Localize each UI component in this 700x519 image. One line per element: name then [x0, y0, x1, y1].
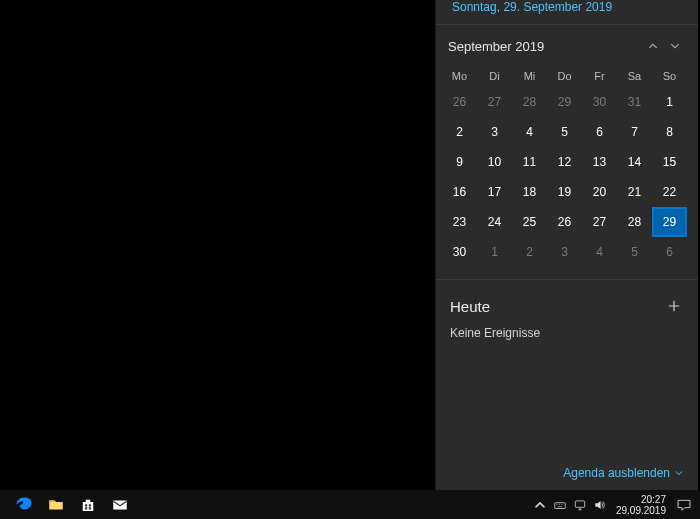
microsoft-store-icon[interactable]	[72, 490, 104, 519]
day-of-week-header: Do	[547, 65, 582, 87]
current-date-link[interactable]: Sonntag, 29. September 2019	[436, 0, 698, 20]
add-event-button[interactable]	[664, 296, 684, 316]
calendar-day[interactable]: 16	[442, 177, 477, 207]
calendar-day[interactable]: 17	[477, 177, 512, 207]
next-month-button[interactable]	[664, 35, 686, 57]
day-of-week-header: Fr	[582, 65, 617, 87]
taskbar: 20:27 29.09.2019	[0, 490, 700, 519]
chevron-up-icon	[647, 40, 659, 52]
edge-browser-icon[interactable]	[8, 490, 40, 519]
chevron-up-icon	[533, 498, 547, 512]
calendar-day[interactable]: 26	[442, 87, 477, 117]
hide-agenda-button[interactable]: Agenda ausblenden	[563, 466, 684, 480]
folder-icon	[47, 496, 65, 514]
calendar-day[interactable]: 18	[512, 177, 547, 207]
day-of-week-header: Mi	[512, 65, 547, 87]
calendar-day[interactable]: 28	[512, 87, 547, 117]
svg-rect-0	[85, 504, 87, 506]
monitor-network-icon	[573, 498, 587, 512]
calendar-day[interactable]: 1	[477, 237, 512, 267]
speaker-icon	[593, 498, 607, 512]
chevron-down-icon	[674, 468, 684, 478]
agenda-title: Heute	[450, 298, 664, 315]
day-of-week-header: Mo	[442, 65, 477, 87]
divider	[436, 24, 698, 25]
calendar-day[interactable]: 24	[477, 207, 512, 237]
calendar-day[interactable]: 29	[547, 87, 582, 117]
month-year-label[interactable]: September 2019	[448, 39, 642, 54]
calendar-week-row: 2345678	[442, 117, 692, 147]
calendar-day[interactable]: 20	[582, 177, 617, 207]
svg-rect-2	[85, 507, 87, 509]
calendar-day[interactable]: 4	[582, 237, 617, 267]
calendar-day[interactable]: 23	[442, 207, 477, 237]
network-button[interactable]	[570, 490, 590, 519]
calendar-week-row: 30123456	[442, 237, 692, 267]
calendar-day[interactable]: 28	[617, 207, 652, 237]
notification-icon	[676, 498, 692, 512]
calendar-week-row: 9101112131415	[442, 147, 692, 177]
divider	[436, 279, 698, 280]
calendar-week-row: 23242526272829	[442, 207, 692, 237]
agenda-panel: Heute Keine Ereignisse Agenda ausblenden	[436, 286, 698, 490]
calendar-day[interactable]: 22	[652, 177, 687, 207]
calendar-day[interactable]: 2	[512, 237, 547, 267]
day-of-week-header: Di	[477, 65, 512, 87]
clock-date: 29.09.2019	[616, 505, 666, 516]
edge-icon	[15, 496, 33, 514]
chevron-down-icon	[669, 40, 681, 52]
calendar-day[interactable]: 5	[547, 117, 582, 147]
calendar-day[interactable]: 8	[652, 117, 687, 147]
keyboard-layout-button[interactable]	[550, 490, 570, 519]
calendar-day[interactable]: 25	[512, 207, 547, 237]
calendar-flyout: Sonntag, 29. September 2019 September 20…	[435, 0, 698, 490]
calendar-week-row: 2627282930311	[442, 87, 692, 117]
prev-month-button[interactable]	[642, 35, 664, 57]
calendar-day[interactable]: 30	[442, 237, 477, 267]
no-events-text: Keine Ereignisse	[450, 326, 684, 340]
calendar-day[interactable]: 3	[547, 237, 582, 267]
calendar-grid: MoDiMiDoFrSaSo 2627282930311234567891011…	[436, 61, 698, 275]
calendar-day[interactable]: 27	[582, 207, 617, 237]
file-explorer-icon[interactable]	[40, 490, 72, 519]
calendar-day[interactable]: 14	[617, 147, 652, 177]
calendar-day[interactable]: 21	[617, 177, 652, 207]
calendar-day[interactable]: 7	[617, 117, 652, 147]
keyboard-icon	[553, 498, 567, 512]
calendar-day[interactable]: 13	[582, 147, 617, 177]
svg-rect-5	[555, 502, 566, 508]
calendar-day[interactable]: 11	[512, 147, 547, 177]
calendar-day-today[interactable]: 29	[652, 207, 687, 237]
day-of-week-header: Sa	[617, 65, 652, 87]
svg-rect-10	[575, 500, 584, 506]
calendar-day[interactable]: 3	[477, 117, 512, 147]
store-icon	[79, 496, 97, 514]
calendar-day[interactable]: 2	[442, 117, 477, 147]
calendar-day[interactable]: 15	[652, 147, 687, 177]
svg-rect-3	[89, 507, 91, 509]
action-center-button[interactable]	[672, 490, 696, 519]
calendar-day[interactable]: 19	[547, 177, 582, 207]
calendar-day[interactable]: 4	[512, 117, 547, 147]
calendar-day[interactable]: 31	[617, 87, 652, 117]
mail-app-icon[interactable]	[104, 490, 136, 519]
calendar-day[interactable]: 12	[547, 147, 582, 177]
mail-icon	[111, 496, 129, 514]
volume-button[interactable]	[590, 490, 610, 519]
svg-rect-1	[89, 504, 91, 506]
taskbar-clock[interactable]: 20:27 29.09.2019	[610, 494, 672, 516]
calendar-day[interactable]: 5	[617, 237, 652, 267]
calendar-day[interactable]: 1	[652, 87, 687, 117]
calendar-day[interactable]: 6	[582, 117, 617, 147]
day-of-week-header: So	[652, 65, 687, 87]
tray-overflow-button[interactable]	[530, 490, 550, 519]
calendar-day[interactable]: 6	[652, 237, 687, 267]
calendar-day[interactable]: 27	[477, 87, 512, 117]
calendar-day[interactable]: 9	[442, 147, 477, 177]
calendar-day[interactable]: 10	[477, 147, 512, 177]
calendar-week-row: 16171819202122	[442, 177, 692, 207]
calendar-day[interactable]: 30	[582, 87, 617, 117]
plus-icon	[667, 299, 681, 313]
hide-agenda-label: Agenda ausblenden	[563, 466, 670, 480]
calendar-day[interactable]: 26	[547, 207, 582, 237]
